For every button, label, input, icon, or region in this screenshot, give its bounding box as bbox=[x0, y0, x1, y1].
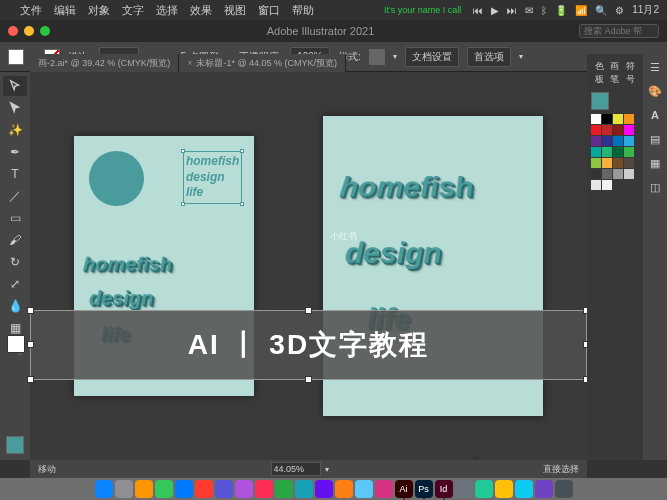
selection-handle[interactable] bbox=[27, 341, 34, 348]
dock-app[interactable] bbox=[555, 480, 573, 498]
type-tool[interactable]: T bbox=[3, 164, 27, 184]
fill-indicator[interactable] bbox=[591, 92, 609, 110]
dock-app[interactable] bbox=[115, 480, 133, 498]
dock-app[interactable]: Ps bbox=[415, 480, 433, 498]
selected-text-frame[interactable]: homefish design life bbox=[183, 151, 242, 204]
line-tool[interactable]: ／ bbox=[3, 186, 27, 206]
fill-color-swatch[interactable] bbox=[6, 436, 24, 454]
zoom-input[interactable] bbox=[271, 462, 321, 476]
next-track-icon[interactable]: ⏭ bbox=[507, 5, 517, 16]
swatch-item[interactable] bbox=[613, 158, 623, 168]
play-icon[interactable]: ▶ bbox=[491, 5, 499, 16]
swatch-item[interactable] bbox=[602, 147, 612, 157]
rotate-tool[interactable]: ↻ bbox=[3, 252, 27, 272]
selection-handle[interactable] bbox=[240, 202, 244, 206]
swatch-item[interactable] bbox=[624, 125, 634, 135]
swatch-item[interactable] bbox=[613, 169, 623, 179]
menu-edit[interactable]: 编辑 bbox=[54, 3, 76, 18]
swatch-item[interactable] bbox=[613, 114, 623, 124]
selection-handle[interactable] bbox=[181, 149, 185, 153]
menu-help[interactable]: 帮助 bbox=[292, 3, 314, 18]
swatch-item[interactable] bbox=[602, 136, 612, 146]
dock-app[interactable] bbox=[235, 480, 253, 498]
swatch-item[interactable] bbox=[591, 136, 601, 146]
3d-text-object[interactable]: homefish bbox=[82, 254, 173, 276]
bluetooth-icon[interactable]: ᛒ bbox=[541, 5, 547, 16]
fill-swatch[interactable] bbox=[8, 49, 24, 65]
swatch-item[interactable] bbox=[624, 136, 634, 146]
search-icon[interactable]: 🔍 bbox=[595, 5, 607, 16]
dock-app[interactable]: Id bbox=[435, 480, 453, 498]
ellipse-shape[interactable] bbox=[89, 151, 144, 206]
pathfinder-panel-icon[interactable]: ◫ bbox=[646, 178, 664, 196]
selection-tool[interactable] bbox=[3, 76, 27, 96]
selection-handle[interactable] bbox=[7, 335, 25, 353]
minimize-window-button[interactable] bbox=[24, 26, 34, 36]
dock-app[interactable] bbox=[135, 480, 153, 498]
dock-app[interactable] bbox=[255, 480, 273, 498]
swatch-item[interactable] bbox=[602, 158, 612, 168]
help-search-input[interactable] bbox=[579, 24, 659, 38]
swatch-item[interactable] bbox=[613, 147, 623, 157]
dock-app[interactable] bbox=[495, 480, 513, 498]
menu-window[interactable]: 窗口 bbox=[258, 3, 280, 18]
dock-app[interactable] bbox=[355, 480, 373, 498]
caption-overlay[interactable]: AI 丨 3D文字教程 bbox=[30, 310, 587, 380]
menu-file[interactable]: 文件 bbox=[20, 3, 42, 18]
selection-handle[interactable] bbox=[181, 202, 185, 206]
dock-app[interactable] bbox=[95, 480, 113, 498]
layers-panel-icon[interactable]: ▤ bbox=[646, 130, 664, 148]
document-tab[interactable]: 画-2.ai* @ 39.42 % (CMYK/预览) bbox=[30, 54, 179, 72]
properties-panel-icon[interactable]: ☰ bbox=[646, 58, 664, 76]
menubar-date[interactable]: 11月2 bbox=[632, 3, 659, 17]
panel-tab-brushes[interactable]: 画笔 bbox=[610, 60, 619, 86]
direct-selection-tool[interactable] bbox=[3, 98, 27, 118]
swatch-item[interactable] bbox=[613, 136, 623, 146]
close-window-button[interactable] bbox=[8, 26, 18, 36]
3d-text-object[interactable]: design bbox=[88, 287, 153, 310]
maximize-window-button[interactable] bbox=[40, 26, 50, 36]
menu-effect[interactable]: 效果 bbox=[190, 3, 212, 18]
swatch-item[interactable] bbox=[624, 114, 634, 124]
dock-app[interactable] bbox=[195, 480, 213, 498]
dock-app[interactable] bbox=[515, 480, 533, 498]
selection-handle[interactable] bbox=[305, 307, 312, 314]
swatch-item[interactable] bbox=[591, 158, 601, 168]
brush-tool[interactable]: 🖌 bbox=[3, 230, 27, 250]
swatch-item[interactable] bbox=[602, 114, 612, 124]
menu-type[interactable]: 文字 bbox=[122, 3, 144, 18]
swatch-item[interactable] bbox=[602, 125, 612, 135]
dock-app[interactable] bbox=[455, 480, 473, 498]
dock-app[interactable] bbox=[315, 480, 333, 498]
menu-view[interactable]: 视图 bbox=[224, 3, 246, 18]
swatch-item[interactable] bbox=[613, 125, 623, 135]
3d-text-object[interactable]: design bbox=[344, 237, 442, 270]
dock-app[interactable]: Ai bbox=[395, 480, 413, 498]
color-panel-icon[interactable]: 🎨 bbox=[646, 82, 664, 100]
dock-app[interactable] bbox=[275, 480, 293, 498]
wechat-icon[interactable]: ✉ bbox=[525, 5, 533, 16]
menu-select[interactable]: 选择 bbox=[156, 3, 178, 18]
selection-handle[interactable] bbox=[27, 376, 34, 383]
swatch-item[interactable] bbox=[624, 147, 634, 157]
selection-handle[interactable] bbox=[305, 376, 312, 383]
eyedropper-tool[interactable]: 💧 bbox=[3, 296, 27, 316]
menu-object[interactable]: 对象 bbox=[88, 3, 110, 18]
swatch-item[interactable] bbox=[602, 169, 612, 179]
panel-tab-swatches[interactable]: 色板 bbox=[595, 60, 604, 86]
dock-app[interactable] bbox=[335, 480, 353, 498]
prev-track-icon[interactable]: ⏮ bbox=[473, 5, 483, 16]
swatch-item[interactable] bbox=[602, 180, 612, 190]
dock-app[interactable] bbox=[175, 480, 193, 498]
scale-tool[interactable]: ⤢ bbox=[3, 274, 27, 294]
magic-wand-tool[interactable]: ✨ bbox=[3, 120, 27, 140]
swatch-item[interactable] bbox=[591, 114, 601, 124]
dock-app[interactable] bbox=[295, 480, 313, 498]
swatch-item[interactable] bbox=[591, 180, 601, 190]
swatch-item[interactable] bbox=[624, 169, 634, 179]
document-tab[interactable]: ×未标题-1* @ 44.05 % (CMYK/预览) bbox=[179, 54, 346, 72]
3d-text-object[interactable]: homefish bbox=[338, 171, 475, 203]
rectangle-tool[interactable]: ▭ bbox=[3, 208, 27, 228]
pen-tool[interactable]: ✒ bbox=[3, 142, 27, 162]
swatch-item[interactable] bbox=[624, 158, 634, 168]
